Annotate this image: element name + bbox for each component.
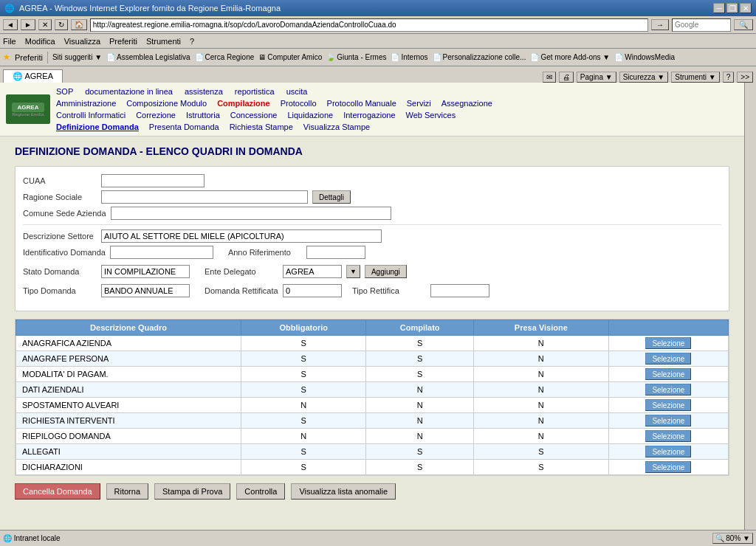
menu-file[interactable]: File (3, 37, 16, 46)
search-input[interactable] (672, 18, 731, 32)
cell-obb: N (241, 429, 366, 444)
nav-interrogazione[interactable]: Interrogazione (343, 111, 395, 120)
nav-liquidazione[interactable]: Liquidazione (287, 111, 333, 120)
restore-button[interactable]: ❐ (726, 3, 738, 13)
fav-preferiti[interactable]: Preferiti (15, 53, 43, 62)
aggiungi-button[interactable]: Aggiungi (365, 265, 407, 278)
fav-computer[interactable]: 🖥 Computer Amico (258, 53, 322, 61)
refresh-button[interactable]: ↻ (55, 19, 68, 30)
selezione-button[interactable]: Selezione (645, 384, 691, 395)
nav-sop[interactable]: SOP (56, 87, 73, 96)
security-button[interactable]: Sicurezza ▼ (619, 72, 669, 83)
nav-documentazione[interactable]: documentazione in linea (85, 87, 173, 96)
fav-personalizzazione[interactable]: 📄 Personalizzazione colle... (433, 53, 526, 61)
nav-servizi[interactable]: Servizi (407, 99, 431, 108)
stampa-button[interactable]: Stampa di Prova (154, 483, 230, 500)
nav-assistenza[interactable]: assistenza (185, 87, 223, 96)
page-button[interactable]: Pagina ▼ (577, 72, 616, 83)
nav-presenta[interactable]: Presenta Domanda (149, 122, 219, 131)
stato-input[interactable] (101, 265, 190, 278)
menu-help[interactable]: ? (190, 37, 194, 46)
scrollbar[interactable] (744, 83, 756, 530)
table-row: RIEPILOGO DOMANDA N N N Selezione (16, 429, 729, 444)
nav-definizione[interactable]: Definizione Domanda (56, 122, 139, 131)
menu-preferiti[interactable]: Preferiti (109, 37, 137, 46)
nav-concessione[interactable]: Concessione (230, 111, 278, 120)
rettificata-input[interactable] (283, 284, 342, 297)
nav-uscita[interactable]: uscita (286, 87, 308, 96)
cell-desc: RIEPILOGO DOMANDA (16, 429, 241, 444)
nav-correzione[interactable]: Correzione (136, 111, 176, 120)
nav-reportistica[interactable]: reportistica (235, 87, 275, 96)
cell-desc: ANAGRAFICA AZIENDA (16, 336, 241, 351)
nav-amministrazione[interactable]: Amministrazione (56, 99, 116, 108)
menu-strumenti[interactable]: Strumenti (146, 37, 181, 46)
fav-windows-media[interactable]: 📄 WindowsMedia (614, 53, 675, 61)
table-row: ANAGRAFE PERSONA S S N Selezione (16, 351, 729, 367)
forward-button[interactable]: ► (21, 19, 35, 30)
selezione-button[interactable]: Selezione (645, 353, 691, 364)
nav-assegnazione[interactable]: Assegnazione (441, 99, 492, 108)
selezione-button[interactable]: Selezione (645, 461, 691, 473)
fav-giunta[interactable]: 🍃 Giunta - Ermes (326, 53, 386, 61)
nav-protocollo-manuale[interactable]: Protocollo Manuale (327, 99, 396, 108)
selezione-button[interactable]: Selezione (645, 430, 691, 442)
fav-internos[interactable]: 📄 Internos (391, 53, 427, 61)
menu-visualizza[interactable]: Visualizza (64, 37, 100, 46)
selezione-button[interactable]: Selezione (645, 399, 691, 411)
help-toolbar-button[interactable]: ? (723, 72, 735, 83)
cell-obb: S (241, 413, 366, 429)
go-button[interactable]: → (651, 19, 669, 30)
nav-istruttoria[interactable]: Istruttoria (186, 111, 220, 120)
home-button[interactable]: 🏠 (71, 19, 87, 30)
cell-action: Selezione (608, 367, 728, 382)
controlla-button[interactable]: Controlla (236, 483, 285, 500)
fav-assemblea[interactable]: 📄 Assemblea Legislativa (106, 53, 190, 61)
nav-visualizza[interactable]: Visualizza Stampe (303, 122, 370, 131)
ente-arrow-button[interactable]: ▼ (346, 265, 360, 278)
cell-obb: S (241, 367, 366, 382)
nav-controlli[interactable]: Controlli Informatici (56, 111, 126, 120)
selezione-button[interactable]: Selezione (645, 415, 691, 426)
tab-agrea[interactable]: 🌐 AGREA (3, 69, 63, 83)
minimize-button[interactable]: ─ (713, 3, 725, 13)
nav-compilazione[interactable]: Compilazione (217, 99, 270, 108)
nav-composizione[interactable]: Composizione Modulo (126, 99, 207, 108)
selezione-button[interactable]: Selezione (645, 446, 691, 457)
extend-button[interactable]: >> (737, 72, 753, 83)
tipo-input[interactable] (101, 284, 190, 297)
address-input[interactable] (90, 18, 648, 32)
ritorna-button[interactable]: Ritorna (106, 483, 148, 500)
visualizza-button[interactable]: Visualizza lista anomalie (291, 483, 396, 500)
nav-webservices[interactable]: Web Services (406, 111, 456, 120)
zoom-button[interactable]: 🔍 80% ▼ (712, 533, 753, 544)
nav-protocollo[interactable]: Protocollo (281, 99, 317, 108)
cancella-button[interactable]: Cancella Domanda (15, 483, 100, 500)
dettagli-button[interactable]: Dettagli (312, 190, 351, 204)
comune-input[interactable] (111, 207, 391, 220)
tools-button[interactable]: Strumenti ▼ (671, 72, 719, 83)
id-domanda-label: Identificativo Domanda (23, 248, 106, 257)
selezione-button[interactable]: Selezione (645, 368, 691, 380)
ente-input[interactable] (283, 265, 342, 278)
print-button[interactable]: 🖨 (559, 72, 574, 83)
fav-cerca[interactable]: 📄 Cerca Regione (195, 53, 255, 61)
cuaa-input[interactable] (101, 174, 205, 187)
anno-rif-input[interactable] (306, 246, 365, 259)
ragione-input[interactable] (101, 190, 308, 204)
cell-action: Selezione (608, 444, 728, 460)
search-button[interactable]: 🔍 (734, 19, 753, 30)
nav-richiesta[interactable]: Richiesta Stampe (230, 122, 293, 131)
email-button[interactable]: ✉ (543, 72, 556, 83)
menu-modifica[interactable]: Modifica (25, 37, 55, 46)
selezione-button[interactable]: Selezione (645, 337, 691, 349)
tipo-rettifica-input[interactable] (430, 284, 489, 297)
fav-siti[interactable]: Siti suggeriti ▼ (52, 53, 102, 61)
close-button[interactable]: ✕ (740, 3, 752, 13)
fav-addons[interactable]: 📄 Get more Add-ons ▼ (530, 53, 610, 61)
desc-settore-input[interactable] (101, 229, 382, 243)
stop-button[interactable]: ✕ (38, 19, 52, 30)
cell-comp: S (366, 444, 473, 460)
back-button[interactable]: ◄ (3, 19, 18, 30)
id-domanda-input[interactable] (110, 246, 213, 259)
